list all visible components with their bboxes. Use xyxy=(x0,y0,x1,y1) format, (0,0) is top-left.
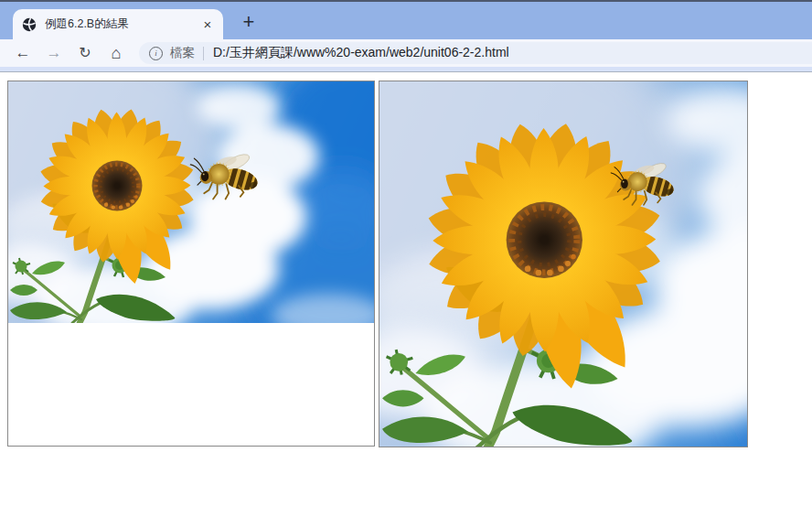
bee-image-large xyxy=(610,160,687,210)
page-info-icon[interactable]: i xyxy=(149,47,163,60)
tab-bar: 例題6.2.B的結果 × + xyxy=(0,2,812,39)
address-bar[interactable]: i 檔案 D:/玉井網頁課/www%20-exam/web2/unit06-2-… xyxy=(139,42,812,64)
tab-title: 例題6.2.B的結果 xyxy=(45,16,199,32)
file-scheme-label: 檔案 xyxy=(170,45,195,61)
url-text: D:/玉井網頁課/www%20-exam/web2/unit06-2-2.htm… xyxy=(213,45,509,61)
back-button[interactable]: ← xyxy=(11,41,35,65)
page-content xyxy=(0,72,812,447)
browser-window: 例題6.2.B的結果 × + ← → ↻ ⌂ i 檔案 D:/玉井網頁課/www… xyxy=(0,0,812,506)
tab-close-icon[interactable]: × xyxy=(199,16,216,33)
new-tab-button[interactable]: + xyxy=(236,10,262,36)
home-button[interactable]: ⌂ xyxy=(104,41,128,65)
bee-image-small xyxy=(189,151,272,204)
browser-tab-active[interactable]: 例題6.2.B的結果 × xyxy=(13,9,223,39)
globe-favicon-icon xyxy=(22,17,37,32)
left-image-box xyxy=(7,81,375,447)
right-image-box xyxy=(379,81,748,447)
sunflower-photo-large xyxy=(379,81,748,447)
forward-button[interactable]: → xyxy=(42,41,66,65)
url-separator xyxy=(203,47,204,60)
reload-button[interactable]: ↻ xyxy=(73,41,97,65)
browser-toolbar: ← → ↻ ⌂ i 檔案 D:/玉井網頁課/www%20-exam/web2/u… xyxy=(0,39,812,67)
